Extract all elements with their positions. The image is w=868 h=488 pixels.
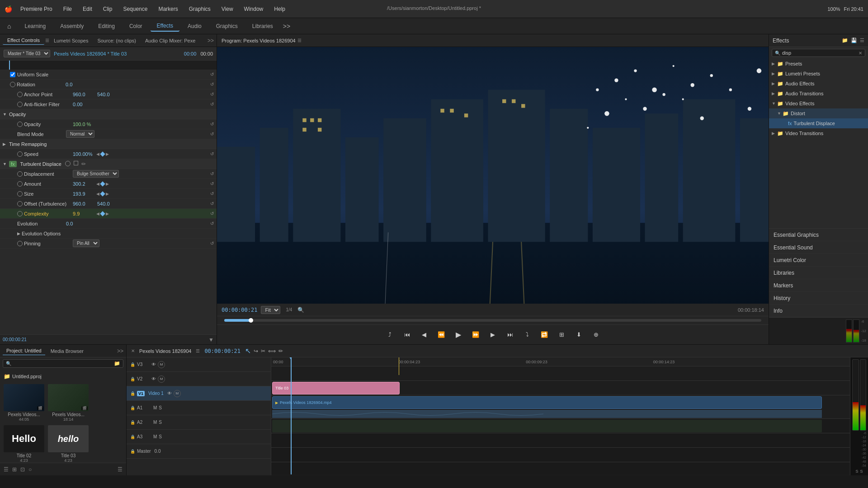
v2-eye-icon[interactable]: 👁 xyxy=(151,376,156,381)
step-forward-button2[interactable]: ⏭ xyxy=(504,328,516,341)
tree-item-audio-effects[interactable]: ▶ 📁 Audio Effects xyxy=(769,79,868,89)
marker-out-button[interactable]: ⤵ xyxy=(521,328,533,341)
pinning-reset[interactable]: ↺ xyxy=(210,241,214,246)
blend-mode-reset[interactable]: ↺ xyxy=(210,131,214,136)
menu-markers[interactable]: Markers xyxy=(156,5,179,13)
section-info[interactable]: Info xyxy=(769,305,868,317)
opacity-value[interactable]: 100.0 % xyxy=(73,122,95,127)
pp-settings-icon[interactable]: ☰ xyxy=(118,466,123,473)
menu-file[interactable]: File xyxy=(61,5,74,13)
uniform-scale-reset[interactable]: ↺ xyxy=(210,72,214,77)
displacement-select[interactable]: Bulge Smoother xyxy=(73,170,119,178)
a2-lock-icon[interactable]: 🔒 xyxy=(130,420,135,425)
tree-item-distort[interactable]: ▼ 📁 Distort xyxy=(769,108,868,118)
tab-audio-mixer[interactable]: Audio Clip Mixer: Pexe xyxy=(141,37,200,45)
tab-graphics[interactable]: Graphics xyxy=(210,21,244,31)
a2-m-button[interactable]: M xyxy=(153,420,157,425)
scrubber-handle[interactable] xyxy=(249,318,253,323)
tab-media-browser[interactable]: Media Browser xyxy=(47,347,87,355)
prop-row-evolution-options[interactable]: ▶ Evolution Options xyxy=(0,229,217,239)
v3-lock-icon[interactable]: 🔒 xyxy=(130,362,135,367)
nav-more-icon[interactable]: >> xyxy=(283,23,290,30)
marker-in-button[interactable]: ⤴ xyxy=(383,328,396,341)
step-forward-button[interactable]: ⏩ xyxy=(469,328,482,341)
tab-effect-controls[interactable]: Effect Controls xyxy=(3,36,44,45)
step-back-button[interactable]: ⏮ xyxy=(401,328,413,341)
tab-source[interactable]: Source: (no clips) xyxy=(93,37,141,45)
tl-pen-icon[interactable]: ✏ xyxy=(278,348,283,354)
anchor-point-reset[interactable]: ↺ xyxy=(210,92,214,97)
tl-selection-tool[interactable]: ↖ xyxy=(245,347,251,355)
time-remapping-header[interactable]: ▶ Time Remapping xyxy=(0,139,217,149)
anchor-point-y[interactable]: 540.0 xyxy=(97,92,110,97)
apple-logo-icon[interactable]: 🍎 xyxy=(5,5,12,13)
thumb-title02[interactable]: Hello Title 02 4:23 xyxy=(4,425,44,463)
loop-button[interactable]: 🔁 xyxy=(538,328,551,341)
amount-kf-prev[interactable]: ◀ xyxy=(96,182,99,186)
tl-razor-icon[interactable]: ✂ xyxy=(261,348,265,354)
a3-s-button[interactable]: S xyxy=(159,434,162,439)
amount-reset[interactable]: ↺ xyxy=(210,181,214,186)
tree-item-turbulent-displace[interactable]: fx Turbulent Displace xyxy=(769,118,868,128)
effects-search-input[interactable] xyxy=(782,50,859,56)
tl-close-icon[interactable]: ✕ xyxy=(131,348,135,353)
a1-s-button[interactable]: S xyxy=(159,405,162,410)
section-history[interactable]: History xyxy=(769,292,868,305)
anchor-point-x[interactable]: 960.0 xyxy=(73,92,95,97)
displacement-reset[interactable]: ↺ xyxy=(210,171,214,176)
tab-libraries[interactable]: Libraries xyxy=(246,21,279,31)
effects-save-preset-icon[interactable]: 💾 xyxy=(851,38,857,43)
size-value[interactable]: 193.9 xyxy=(73,191,95,197)
timeline-timecode[interactable]: 00:00:00:21 xyxy=(204,348,240,354)
thumb-title03[interactable]: hello Title 03 4:23 xyxy=(48,425,89,463)
thumb-pexels2[interactable]: 🎬 Pexels Videos... 18:14 xyxy=(48,384,89,422)
tree-item-video-transitions[interactable]: ▶ 📁 Video Transitions xyxy=(769,128,868,138)
menu-clip[interactable]: Clip xyxy=(101,5,114,13)
size-reset[interactable]: ↺ xyxy=(210,191,214,196)
speed-keyframe-diamond[interactable] xyxy=(100,151,105,156)
tab-assembly[interactable]: Assembly xyxy=(54,21,90,31)
clip-pexels-video[interactable]: ▶ Pexels Videos 1826904.mp4 xyxy=(272,396,822,409)
ec-footer-filter-icon[interactable]: ▼ xyxy=(208,337,214,343)
menu-premiere[interactable]: Premiere Pro xyxy=(19,5,54,13)
add-marker-button[interactable]: ⊕ xyxy=(590,328,602,341)
step-back-button2[interactable]: ⏪ xyxy=(435,328,448,341)
tl-ripple-edit-icon[interactable]: ↪ xyxy=(254,348,258,354)
scrubber-bar[interactable] xyxy=(224,319,761,322)
ec-mini-timeline[interactable] xyxy=(0,61,217,70)
size-kf-next[interactable]: ▶ xyxy=(106,192,109,196)
speed-value[interactable]: 100.00% xyxy=(73,151,95,157)
opacity-section-header[interactable]: ▼ Opacity xyxy=(0,109,217,119)
frame-back-button[interactable]: ◀ xyxy=(418,328,430,341)
home-icon[interactable]: ⌂ xyxy=(7,23,11,30)
complexity-keyframe-diamond[interactable] xyxy=(100,211,105,216)
tab-learning[interactable]: Learning xyxy=(18,21,52,31)
effect-controls-menu-icon[interactable]: ☰ xyxy=(45,38,49,43)
program-monitor-menu-icon[interactable]: ☰ xyxy=(297,38,302,43)
amount-value[interactable]: 300.2 xyxy=(73,181,95,187)
effects-new-folder-icon[interactable]: 📁 xyxy=(842,38,848,43)
menu-edit[interactable]: Edit xyxy=(81,5,94,13)
fit-selector[interactable]: Fit xyxy=(261,306,280,314)
section-essential-graphics[interactable]: Essential Graphics xyxy=(769,229,868,241)
project-more-icon[interactable]: >> xyxy=(117,348,123,354)
rotation-value[interactable]: 0.0 xyxy=(66,82,88,87)
complexity-kf-next[interactable]: ▶ xyxy=(106,211,109,216)
a1-lock-icon[interactable]: 🔒 xyxy=(130,406,135,410)
panel-more-icon[interactable]: >> xyxy=(208,38,214,44)
master-lock-icon[interactable]: 🔒 xyxy=(130,449,135,454)
ec-source-selector[interactable]: Master * Title 03 xyxy=(4,50,50,57)
thumb-pexels1[interactable]: 🎬 Pexels Videos... 44:05 xyxy=(4,384,44,422)
pp-auto-match-icon[interactable]: ○ xyxy=(28,466,32,473)
menu-sequence[interactable]: Sequence xyxy=(121,5,149,13)
frame-forward-button[interactable]: ▶ xyxy=(486,328,499,341)
amount-keyframe-diamond[interactable] xyxy=(100,181,105,186)
tl-slip-icon[interactable]: ⟺ xyxy=(268,348,276,354)
menu-graphics[interactable]: Graphics xyxy=(187,5,212,13)
tab-effects[interactable]: Effects xyxy=(151,21,179,32)
blend-mode-select[interactable]: Normal xyxy=(66,130,94,138)
rotation-reset[interactable]: ↺ xyxy=(210,82,214,87)
a3-m-button[interactable]: M xyxy=(153,434,157,439)
complexity-value[interactable]: 9.9 xyxy=(73,211,95,216)
tree-item-lumetri-presets[interactable]: ▶ 📁 Lumetri Presets xyxy=(769,69,868,79)
